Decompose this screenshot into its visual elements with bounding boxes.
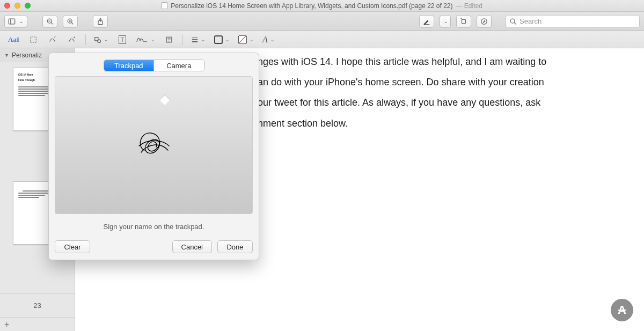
svg-line-3 xyxy=(51,23,53,24)
sketch-icon xyxy=(49,36,56,43)
markup-pen-icon xyxy=(480,18,488,25)
done-button[interactable]: Done xyxy=(217,240,253,253)
window-title: Personalize iOS 14 Home Screen with App … xyxy=(171,2,452,10)
svg-point-19 xyxy=(98,39,101,42)
signature-tool[interactable]: ⌄ xyxy=(134,33,158,46)
markup-toggle-button[interactable] xyxy=(477,15,492,28)
fullscreen-window-button[interactable] xyxy=(25,3,31,9)
highlight-tool-button[interactable] xyxy=(419,15,434,28)
zoom-in-icon xyxy=(67,18,74,25)
svg-rect-11 xyxy=(424,24,430,25)
tab-trackpad[interactable]: Trackpad xyxy=(104,60,154,71)
signature-hint: Sign your name on the trackpad. xyxy=(49,223,259,231)
chevron-down-icon: ⌄ xyxy=(104,37,108,42)
minimize-window-button[interactable] xyxy=(14,3,20,9)
view-mode-button[interactable]: ⌄ xyxy=(4,15,27,28)
main-toolbar: ⌄ ⌄ Search xyxy=(0,12,644,31)
border-color-swatch xyxy=(214,35,223,44)
signature-popover: Trackpad Camera Sign your name on the tr… xyxy=(48,53,259,260)
doc-line: our tweet for this article. As always, i… xyxy=(258,93,580,112)
shapes-icon xyxy=(94,36,101,43)
chevron-down-icon: ⌄ xyxy=(225,37,230,42)
watermark-badge: A xyxy=(611,299,633,321)
svg-line-6 xyxy=(71,23,73,24)
add-page-button[interactable]: + xyxy=(0,317,75,331)
sketch-tool[interactable] xyxy=(45,33,61,46)
toolbar-separator xyxy=(85,34,86,45)
page-number-label: 23 xyxy=(0,293,75,317)
highlight-color-menu-button[interactable]: ⌄ xyxy=(440,15,451,28)
clear-button[interactable]: Clear xyxy=(55,240,90,253)
font-style-menu[interactable]: A ⌄ xyxy=(260,33,277,46)
svg-rect-0 xyxy=(9,19,14,24)
signature-icon xyxy=(136,36,148,43)
chevron-down-icon: ⌄ xyxy=(270,37,275,42)
svg-line-15 xyxy=(514,23,516,24)
svg-rect-16 xyxy=(31,36,36,42)
traffic-lights xyxy=(4,3,31,9)
toolbar-separator xyxy=(182,34,183,45)
svg-point-14 xyxy=(510,19,515,23)
doc-line: nges with iOS 14. I hope this article wa… xyxy=(258,53,580,71)
zoom-in-button[interactable] xyxy=(63,15,78,28)
text-style-tool[interactable]: AaI xyxy=(5,33,22,46)
doc-line: nment section below. xyxy=(258,114,580,133)
search-icon xyxy=(509,18,517,25)
share-button[interactable] xyxy=(93,15,108,28)
chevron-down-icon: ⌄ xyxy=(151,37,155,42)
edited-status: — Edited xyxy=(456,2,482,10)
cancel-button[interactable]: Cancel xyxy=(172,240,212,253)
search-field[interactable]: Search xyxy=(506,15,640,28)
border-color-menu[interactable]: ⌄ xyxy=(211,33,232,46)
chevron-down-icon: ⌄ xyxy=(201,37,206,42)
svg-point-17 xyxy=(74,36,75,38)
plus-icon: + xyxy=(4,320,9,329)
note-icon xyxy=(165,36,173,43)
rotate-button[interactable] xyxy=(456,15,471,28)
window-titlebar: Personalize iOS 14 Home Screen with App … xyxy=(0,0,644,12)
share-icon xyxy=(97,18,104,25)
chevron-down-icon: ⌄ xyxy=(444,19,448,24)
sidebar-thumbnails-icon xyxy=(8,18,16,25)
fill-color-swatch xyxy=(238,35,247,44)
line-style-menu[interactable]: ⌄ xyxy=(188,33,208,46)
signature-scribble xyxy=(133,124,175,166)
watermark-letter: A xyxy=(618,303,626,317)
draw-tool[interactable] xyxy=(64,33,80,46)
signature-source-segmented: Trackpad Camera xyxy=(104,60,204,71)
close-window-button[interactable] xyxy=(4,3,10,9)
zoom-out-button[interactable] xyxy=(42,15,57,28)
chevron-down-icon: ⌄ xyxy=(250,37,254,42)
highlight-pencil-icon xyxy=(423,18,430,25)
tab-camera[interactable]: Camera xyxy=(153,60,204,71)
fill-color-menu[interactable]: ⌄ xyxy=(236,33,257,46)
document-icon xyxy=(162,2,167,9)
chevron-down-icon: ⌄ xyxy=(19,19,24,24)
markup-toolbar: AaI ⌄ T ⌄ ⌄ ⌄ ⌄ A ⌄ xyxy=(0,31,644,48)
sidebar-doc-title: Personaliz xyxy=(12,52,42,59)
note-tool[interactable] xyxy=(161,33,177,46)
shapes-tool[interactable]: ⌄ xyxy=(91,33,111,46)
zoom-out-icon xyxy=(46,18,54,25)
search-placeholder: Search xyxy=(519,17,541,25)
signature-canvas[interactable] xyxy=(55,76,253,214)
doc-line: an do with your iPhone's home screen. Do… xyxy=(258,73,580,91)
content-area: ▼ Personaliz iOS 14 Hom Final Though 23 … xyxy=(0,48,644,331)
line-style-icon xyxy=(191,36,199,43)
disclosure-triangle-icon: ▼ xyxy=(4,53,9,58)
textbox-tool[interactable]: T xyxy=(114,33,130,46)
rotate-icon xyxy=(460,18,467,25)
draw-icon xyxy=(68,36,76,43)
rect-select-icon xyxy=(30,36,37,43)
rect-select-tool[interactable] xyxy=(25,33,41,46)
svg-rect-12 xyxy=(462,19,466,23)
